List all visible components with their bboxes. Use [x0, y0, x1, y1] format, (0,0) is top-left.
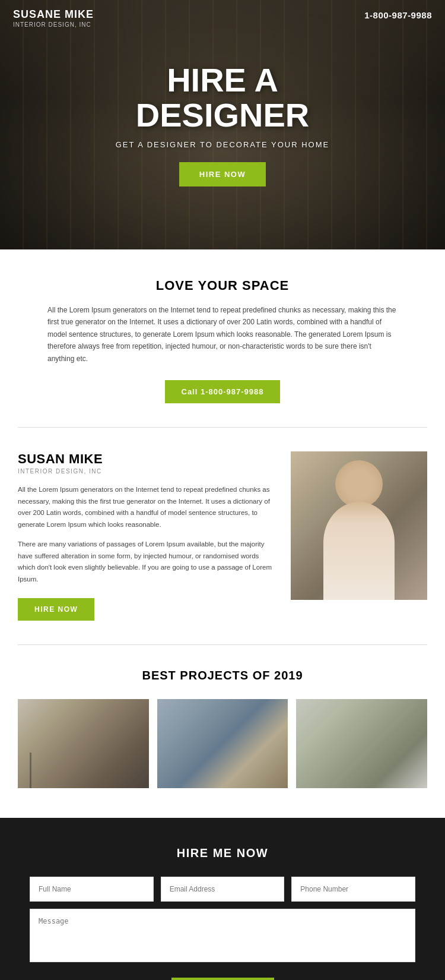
projects-title: BEST PROJECTS OF 2019 — [18, 669, 427, 682]
profile-name: SUSAN MIKE — [18, 451, 273, 467]
love-title: LOVE YOUR SPACE — [47, 278, 398, 293]
hero-title: HIRE A DESIGNER — [116, 63, 329, 133]
profile-body-2: There are many variations of passages of… — [18, 539, 273, 585]
hire-form-section: HIRE ME NOW SUBMIT INFO — [0, 818, 445, 980]
call-button[interactable]: Call 1-800-987-9988 — [165, 380, 281, 403]
project-thumb-3 — [296, 699, 427, 788]
brand-subtitle: INTERIOR DESIGN, INC — [13, 21, 94, 28]
brand-name: SUSANE MIKE — [13, 8, 94, 21]
brand: SUSANE MIKE INTERIOR DESIGN, INC — [13, 8, 94, 28]
email-input[interactable] — [161, 877, 285, 902]
hire-form-title: HIRE ME NOW — [30, 846, 415, 860]
projects-section: BEST PROJECTS OF 2019 — [0, 645, 445, 818]
profile-image — [291, 451, 427, 600]
project-thumb-1 — [18, 699, 149, 788]
phone-input[interactable] — [291, 877, 415, 902]
header-phone: 1-800-987-9988 — [364, 8, 432, 20]
profile-hire-now-button[interactable]: HIRE NOW — [18, 598, 94, 621]
submit-button[interactable]: SUBMIT INFO — [171, 978, 274, 980]
hero-content: HIRE A DESIGNER GET A DESIGNER TO DECORA… — [104, 51, 341, 198]
profile-section: SUSAN MIKE INTERIOR DESIGN, INC All the … — [0, 428, 445, 644]
love-body: All the Lorem Ipsum generators on the In… — [47, 304, 398, 365]
profile-title: INTERIOR DESIGN, INC — [18, 468, 273, 475]
top-navigation: SUSANE MIKE INTERIOR DESIGN, INC 1-800-9… — [0, 0, 445, 36]
profile-body-1: All the Lorem Ipsum generators on the In… — [18, 484, 273, 530]
love-section: LOVE YOUR SPACE All the Lorem Ipsum gene… — [0, 249, 445, 427]
full-name-input[interactable] — [30, 877, 154, 902]
message-textarea[interactable] — [30, 909, 415, 962]
form-row-1 — [30, 877, 415, 902]
hero-hire-now-button[interactable]: HIRE NOW — [179, 162, 266, 186]
profile-image-container — [291, 451, 427, 621]
hero-subtitle: GET A DESIGNER TO DECORATE YOUR HOME — [116, 140, 329, 149]
projects-grid — [18, 699, 427, 788]
hero-section: SUSANE MIKE INTERIOR DESIGN, INC 1-800-9… — [0, 0, 445, 249]
profile-info: SUSAN MIKE INTERIOR DESIGN, INC All the … — [18, 451, 273, 621]
project-thumb-2 — [157, 699, 288, 788]
